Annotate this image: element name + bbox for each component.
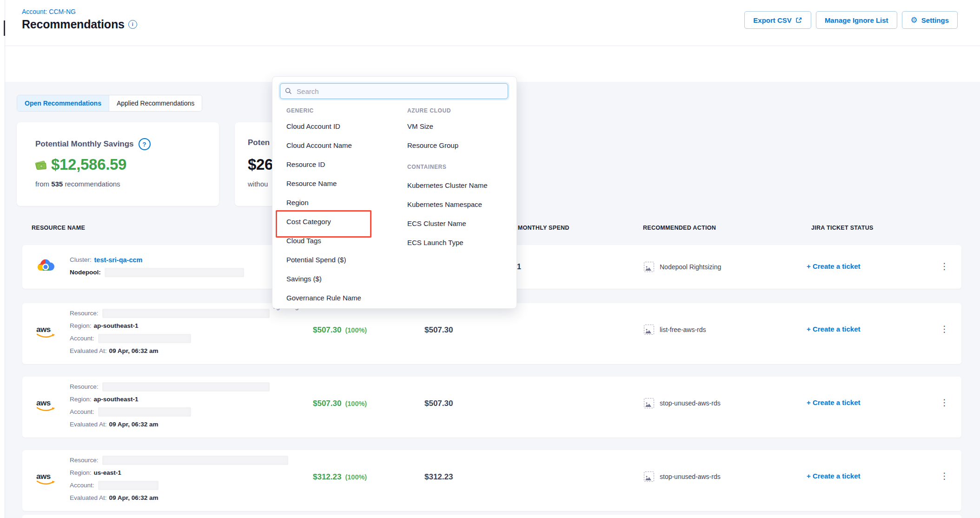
export-csv-label: Export CSV	[753, 16, 792, 24]
action-image-icon	[644, 398, 654, 408]
menu-item-kubernetes-cluster-name[interactable]: Kubernetes Cluster Name	[407, 181, 488, 189]
row-menu-icon[interactable]: ⋮	[940, 472, 949, 480]
menu-item-resource-id[interactable]: Resource ID	[286, 160, 325, 168]
savings-subtext: from 535 recommendations	[35, 180, 120, 188]
recommended-action-cell: stop-unused-aws-rds	[644, 398, 721, 408]
nodepool-label: Nodepool:	[70, 269, 101, 276]
menu-item-governance-rule-name[interactable]: Governance Rule Name	[286, 294, 361, 302]
menu-item-savings[interactable]: Savings ($)	[286, 275, 322, 283]
resource-label: Resource:	[70, 310, 99, 317]
cluster-line: Cluster: test-sri-qa-ccm	[70, 253, 244, 266]
action-image-icon	[644, 325, 654, 335]
spend-value: $507.30	[424, 399, 453, 408]
column-header-resource-name[interactable]: RESOURCE NAME	[32, 225, 85, 231]
search-input[interactable]	[296, 87, 503, 96]
cluster-link[interactable]: test-sri-qa-ccm	[94, 256, 143, 264]
row-menu-icon[interactable]: ⋮	[940, 398, 949, 407]
recommended-action-cell: stop-unused-aws-rds	[644, 472, 721, 482]
action-image-icon	[644, 262, 654, 272]
menu-item-kubernetes-namespace[interactable]: Kubernetes Namespace	[407, 200, 482, 208]
dropdown-search[interactable]	[280, 83, 508, 99]
menu-item-ecs-cluster-name[interactable]: ECS Cluster Name	[407, 219, 466, 227]
money-icon	[34, 159, 47, 171]
menu-item-resource-group[interactable]: Resource Group	[407, 141, 458, 149]
resource-info: Cluster: test-sri-qa-ccm Nodepool:	[70, 253, 244, 279]
table-row-partial	[22, 515, 961, 518]
recommendations-page: Account: CCM-NG Recommendations i Export…	[0, 0, 980, 518]
menu-item-vm-size[interactable]: VM Size	[407, 122, 433, 130]
aws-icon: aws	[36, 472, 57, 486]
table-row[interactable]: aws Resource: Region:us-east-1 Account: …	[22, 450, 961, 511]
savings-cell: $507.30(100%)	[313, 325, 367, 335]
menu-item-ecs-launch-type[interactable]: ECS Launch Type	[407, 239, 464, 246]
evaluated-value: 09 Apr, 06:32 am	[109, 347, 159, 354]
tab-applied-recommendations[interactable]: Applied Recommendations	[109, 95, 202, 111]
menu-item-potential-spend[interactable]: Potential Spend ($)	[286, 256, 346, 264]
savings-percent: (100%)	[345, 400, 367, 407]
resource-label: Resource:	[70, 457, 99, 464]
redacted-value	[102, 309, 270, 318]
table-row[interactable]: aws Resource: Region:ap-southeast-1 Acco…	[22, 303, 961, 364]
section-label-azure-cloud: AZURE CLOUD	[407, 107, 451, 114]
aws-wordmark: aws	[36, 325, 57, 333]
menu-item-cloud-tags[interactable]: Cloud Tags	[286, 237, 321, 245]
row-menu-icon[interactable]: ⋮	[940, 262, 949, 271]
redacted-value	[105, 268, 244, 277]
row-menu-icon[interactable]: ⋮	[940, 325, 949, 333]
header-actions: Export CSV Manage Ignore List ⚙ Settings	[744, 11, 958, 29]
potential-monthly-savings-card: Potential Monthly Savings ? $12,586.59 f…	[17, 122, 219, 206]
evaluated-label: Evaluated At:	[70, 347, 107, 354]
column-header-recommended-action[interactable]: RECOMMENDED ACTION	[643, 225, 716, 231]
section-label-generic: GENERIC	[286, 107, 314, 114]
settings-button[interactable]: ⚙ Settings	[902, 11, 958, 29]
region-label: Region:	[70, 469, 92, 476]
breadcrumb[interactable]: Account: CCM-NG	[22, 8, 76, 15]
info-icon[interactable]: i	[128, 20, 137, 29]
action-label: stop-unused-aws-rds	[660, 473, 721, 480]
menu-item-resource-name[interactable]: Resource Name	[286, 179, 337, 187]
action-label: list-free-aws-rds	[660, 326, 706, 333]
recommended-action-cell: Nodepool Rightsizing	[644, 262, 721, 272]
create-ticket-button[interactable]: + Create a ticket	[807, 262, 860, 270]
resource-info: Resource: Region:us-east-1 Account: Eval…	[70, 454, 288, 504]
savings-cell: $312.23(100%)	[313, 472, 367, 482]
evaluated-value: 09 Apr, 06:32 am	[109, 494, 159, 501]
region-label: Region:	[70, 322, 92, 329]
card-title: Potential Monthly Savings ?	[35, 138, 151, 150]
savings-value: $507.30	[313, 325, 341, 334]
table-row[interactable]: aws Resource: Region:ap-southeast-1 Acco…	[22, 377, 961, 438]
manage-ignore-list-label: Manage Ignore List	[825, 16, 888, 24]
gear-icon: ⚙	[911, 15, 918, 25]
resource-label: Resource:	[70, 383, 99, 390]
create-ticket-button[interactable]: + Create a ticket	[807, 472, 860, 480]
column-header-jira-ticket-status[interactable]: JIRA TICKET STATUS	[811, 225, 874, 231]
evaluated-label: Evaluated At:	[70, 494, 107, 501]
menu-item-cloud-account-id[interactable]: Cloud Account ID	[286, 122, 340, 130]
settings-label: Settings	[921, 16, 949, 24]
savings-value: $12,586.59	[51, 156, 126, 173]
tab-open-recommendations[interactable]: Open Recommendations	[17, 95, 109, 111]
card-value-partial: $26	[248, 156, 273, 173]
search-icon	[285, 87, 292, 95]
account-label: Account:	[70, 408, 94, 415]
action-label: Nodepool Rightsizing	[660, 263, 721, 271]
menu-item-region[interactable]: Region	[286, 199, 309, 206]
page-title: Recommendations	[22, 18, 125, 31]
help-icon[interactable]: ?	[139, 138, 151, 150]
spend-value-partial: 1	[517, 263, 521, 271]
savings-value: $507.30	[313, 399, 341, 408]
aws-icon: aws	[36, 399, 57, 412]
export-csv-button[interactable]: Export CSV	[744, 11, 811, 29]
spend-value: $507.30	[424, 325, 453, 335]
savings-sub-count: 535	[51, 180, 63, 188]
redacted-value	[102, 456, 288, 465]
create-ticket-button[interactable]: + Create a ticket	[807, 325, 860, 333]
menu-item-cloud-account-name[interactable]: Cloud Account Name	[286, 141, 352, 149]
manage-ignore-list-button[interactable]: Manage Ignore List	[816, 11, 897, 29]
aws-icon: aws	[36, 325, 57, 339]
region-label: Region:	[70, 396, 92, 403]
column-header-monthly-spend-partial[interactable]: AL MONTHLY SPEND	[508, 225, 569, 231]
card-title-text: Potential Monthly Savings	[35, 139, 134, 149]
create-ticket-button[interactable]: + Create a ticket	[807, 398, 860, 406]
savings-percent: (100%)	[345, 473, 367, 481]
